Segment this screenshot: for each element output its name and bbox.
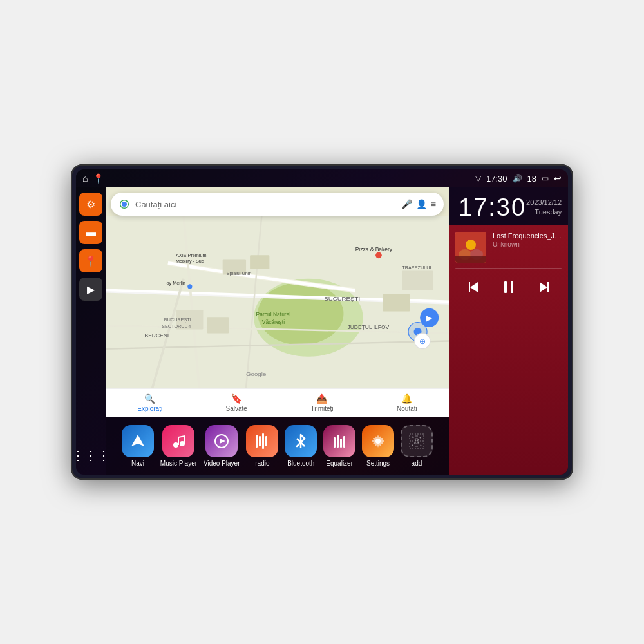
svg-rect-48	[262, 433, 264, 449]
clock-date: 2023/12/12 Tuesday	[526, 198, 562, 218]
share-icon: 📤	[316, 393, 327, 404]
map-area[interactable]: BUCUREȘTI JUDEȚUL ILFOV BERCENI BUCUREȘT…	[106, 187, 449, 417]
home-icon[interactable]: ⌂	[82, 173, 88, 184]
map-search-bar[interactable]: Căutați aici 🎤 👤 ≡	[111, 193, 444, 216]
wifi-icon: ▽	[475, 174, 481, 183]
map-nav-explore[interactable]: 🔍 Explorați	[137, 393, 162, 412]
video-player-label: Video Player	[204, 460, 240, 467]
video-player-icon	[205, 425, 238, 457]
music-title: Lost Frequencies_Janie...	[493, 232, 562, 240]
svg-rect-52	[340, 439, 342, 448]
app-add[interactable]: add	[401, 425, 433, 467]
app-bluetooth[interactable]: Bluetooth	[285, 425, 317, 467]
svg-text:Mobility - Sud: Mobility - Sud	[176, 258, 204, 264]
svg-line-43	[178, 436, 185, 437]
svg-point-37	[122, 202, 127, 207]
google-maps-logo	[118, 198, 130, 210]
sidebar: ⚙ ▬ 📍 ▶ ⋮⋮⋮	[76, 187, 106, 475]
app-equalizer[interactable]: Equalizer	[323, 425, 355, 467]
app-music-player[interactable]: Music Player	[160, 425, 197, 467]
svg-point-40	[180, 441, 185, 446]
center-area: BUCUREȘTI JUDEȚUL ILFOV BERCENI BUCUREȘT…	[106, 187, 449, 475]
music-artist: Unknown	[493, 241, 562, 248]
svg-marker-71	[547, 282, 549, 292]
battery-icon: ▭	[542, 174, 549, 183]
music-widget: Lost Frequencies_Janie... Unknown	[449, 225, 568, 475]
menu-icon[interactable]: ≡	[431, 199, 436, 209]
sidebar-nav-btn[interactable]: ▶	[79, 278, 102, 301]
svg-text:▶: ▶	[426, 314, 433, 323]
explore-label: Explorați	[137, 405, 162, 412]
location-icon[interactable]: 📍	[93, 173, 104, 184]
news-icon: 🔔	[401, 393, 412, 404]
svg-rect-51	[337, 435, 339, 448]
sidebar-map-btn[interactable]: 📍	[79, 249, 102, 272]
app-dock: Navi Music Player	[106, 417, 449, 475]
app-navi[interactable]: Navi	[122, 425, 154, 467]
svg-text:Google: Google	[246, 370, 266, 377]
news-label: Noutăți	[397, 405, 417, 412]
saved-icon: 🔖	[231, 393, 242, 404]
svg-text:TRAPEZULUI: TRAPEZULUI	[402, 265, 431, 270]
sidebar-settings-btn[interactable]: ⚙	[79, 193, 102, 216]
map-pin-icon: 📍	[84, 255, 97, 267]
device-frame: ⌂ 📍 ▽ 17:30 🔊 18 ▭ ↩ ⚙ ▬	[71, 164, 573, 480]
radio-label: radio	[255, 460, 269, 467]
speaker-icon: 🔊	[513, 174, 522, 183]
navi-label: Navi	[131, 460, 144, 467]
device-screen: ⌂ 📍 ▽ 17:30 🔊 18 ▭ ↩ ⚙ ▬	[76, 169, 568, 475]
svg-marker-38	[131, 435, 144, 446]
settings-label: Settings	[366, 460, 390, 467]
map-nav-saved[interactable]: 🔖 Salvate	[226, 393, 247, 412]
svg-rect-49	[265, 436, 267, 446]
svg-text:Parcul Natural: Parcul Natural	[256, 311, 291, 317]
share-label: Trimiteți	[310, 405, 333, 412]
radio-icon	[246, 425, 278, 457]
clock-widget: 17:30 2023/12/12 Tuesday	[449, 187, 568, 225]
svg-text:oy Merlin: oy Merlin	[166, 280, 185, 286]
svg-point-24	[375, 252, 382, 258]
sidebar-files-btn[interactable]: ▬	[79, 221, 102, 244]
svg-text:Văcărești: Văcărești	[262, 319, 285, 325]
app-settings[interactable]: Settings	[362, 425, 394, 467]
equalizer-label: Equalizer	[326, 460, 353, 467]
clock-date-value: 2023/12/12	[526, 198, 562, 207]
add-icon	[401, 425, 433, 457]
svg-rect-13	[402, 271, 433, 290]
search-input[interactable]: Căutați aici	[135, 200, 396, 209]
gear-icon: ⚙	[86, 198, 95, 211]
svg-rect-65	[455, 256, 486, 263]
equalizer-icon	[323, 425, 355, 457]
explore-icon: 🔍	[144, 393, 155, 404]
app-radio[interactable]: radio	[246, 425, 278, 467]
account-icon[interactable]: 👤	[416, 199, 427, 209]
clock-day-value: Tuesday	[526, 207, 562, 217]
svg-point-28	[187, 284, 192, 289]
prev-track-btn[interactable]	[462, 276, 485, 299]
sidebar-grid-btn[interactable]: ⋮⋮⋮	[79, 444, 102, 467]
next-track-btn[interactable]	[533, 276, 556, 299]
svg-rect-69	[511, 281, 513, 293]
map-nav-news[interactable]: 🔔 Noutăți	[397, 393, 417, 412]
svg-text:SECTORUL 4: SECTORUL 4	[162, 323, 191, 329]
music-controls	[455, 276, 562, 299]
svg-rect-10	[250, 255, 269, 269]
mic-icon[interactable]: 🎤	[401, 199, 412, 209]
settings-icon	[362, 425, 394, 457]
status-left-icons: ⌂ 📍	[82, 173, 104, 184]
svg-rect-12	[207, 317, 229, 333]
map-nav-share[interactable]: 📤 Trimiteți	[310, 393, 333, 412]
search-right-icons: 🎤 👤 ≡	[401, 199, 436, 209]
back-icon[interactable]: ↩	[554, 173, 562, 184]
status-right-area: ▽ 17:30 🔊 18 ▭ ↩	[475, 173, 562, 184]
pause-btn[interactable]	[497, 276, 520, 299]
music-player-label: Music Player	[160, 460, 197, 467]
music-progress-bar[interactable]	[455, 268, 562, 269]
svg-text:⊕: ⊕	[419, 337, 426, 346]
arrow-icon: ▶	[87, 283, 95, 296]
app-video-player[interactable]: Video Player	[204, 425, 240, 467]
svg-text:AXIS Premium: AXIS Premium	[176, 252, 207, 258]
svg-rect-47	[259, 436, 261, 446]
status-bar: ⌂ 📍 ▽ 17:30 🔊 18 ▭ ↩	[76, 169, 568, 187]
svg-rect-53	[343, 436, 345, 448]
